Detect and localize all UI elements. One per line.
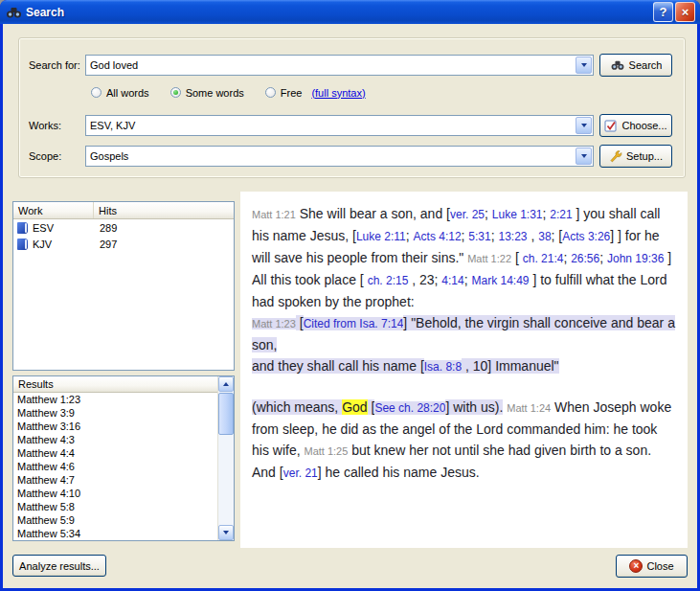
- hits-row[interactable]: KJV297: [13, 236, 234, 252]
- radio-icon: [170, 87, 181, 98]
- hits-row[interactable]: ESV289: [13, 219, 234, 236]
- checklist-icon: [604, 120, 618, 132]
- cross-reference-link[interactable]: Isa. 8:8: [424, 360, 462, 374]
- scrollbar-thumb[interactable]: [218, 393, 234, 435]
- cross-reference-link[interactable]: Cited from Isa. 7:14: [304, 317, 404, 330]
- binoculars-icon: [610, 59, 625, 71]
- works-combo[interactable]: ESV, KJV: [85, 115, 594, 136]
- result-item[interactable]: Matthew 5:34: [13, 527, 217, 540]
- chevron-down-icon: [581, 63, 587, 67]
- cross-reference-link[interactable]: Mark 14:49: [472, 274, 530, 287]
- search-combo-dropdown-button[interactable]: [576, 57, 592, 74]
- verse-text: She will bear a son, and [: [296, 206, 450, 221]
- verse-text: [: [511, 250, 523, 265]
- result-item[interactable]: Matthew 4:10: [13, 487, 217, 500]
- work-name: KJV: [33, 239, 52, 250]
- cross-reference-link[interactable]: John 19:36: [607, 252, 664, 265]
- result-item[interactable]: Matthew 5:8: [13, 500, 217, 513]
- result-item[interactable]: Matthew 4:4: [13, 446, 217, 460]
- search-hit-highlight: God: [342, 399, 367, 415]
- close-icon: ×: [629, 559, 643, 573]
- verse-ref-label: Matt 1:22: [467, 253, 511, 264]
- choose-works-button[interactable]: Choose...: [599, 114, 672, 137]
- work-cell: KJV: [13, 239, 94, 250]
- hits-column-header[interactable]: Hits: [94, 202, 234, 218]
- results-list: Results Matthew 1:23Matthew 3:9Matthew 3…: [12, 375, 235, 541]
- cross-reference-link[interactable]: ch. 21:4: [523, 252, 564, 265]
- scope-combo[interactable]: Gospels: [85, 146, 594, 167]
- chevron-up-icon: [223, 382, 229, 386]
- hit-count: 297: [94, 239, 117, 250]
- results-scrollbar[interactable]: [217, 376, 234, 540]
- verse-text: [: [296, 315, 304, 330]
- cross-reference-link[interactable]: 2:21: [550, 208, 572, 221]
- result-item[interactable]: Matthew 1:23: [13, 393, 217, 406]
- cross-reference-link[interactable]: Luke 1:31: [492, 208, 543, 221]
- preview-pane[interactable]: Matt 1:21 She will bear a son, and [ver.…: [240, 192, 688, 548]
- cross-reference-link[interactable]: 26:56: [571, 252, 599, 265]
- verse-text: ;: [464, 272, 472, 287]
- scope-combo-value[interactable]: Gospels: [86, 150, 575, 162]
- verse-text: ;: [599, 250, 607, 265]
- analyze-results-button[interactable]: Analyze results...: [12, 555, 106, 577]
- verse-text: ;: [485, 206, 492, 221]
- full-syntax-link[interactable]: (full syntax): [311, 87, 365, 99]
- works-combo-value[interactable]: ESV, KJV: [86, 120, 575, 131]
- verse-text: ; [: [552, 228, 563, 243]
- search-input-value[interactable]: God loved: [86, 59, 575, 71]
- cross-reference-link[interactable]: 4:14: [441, 274, 463, 287]
- cross-reference-link[interactable]: Acts 3:26: [562, 230, 610, 243]
- verse-text: ;: [406, 228, 414, 243]
- close-window-button[interactable]: ×: [675, 2, 695, 22]
- cross-reference-link[interactable]: 13:23: [499, 230, 528, 243]
- search-input-combo[interactable]: God loved: [85, 55, 594, 76]
- results-items: Matthew 1:23Matthew 3:9Matthew 3:16Matth…: [13, 393, 217, 540]
- result-item[interactable]: Matthew 3:9: [13, 406, 217, 420]
- results-column-header[interactable]: Results: [13, 376, 217, 392]
- cross-reference-link[interactable]: ver. 21: [283, 466, 318, 480]
- result-item[interactable]: Matthew 4:7: [13, 473, 217, 487]
- result-item[interactable]: Matthew 4:3: [13, 433, 217, 446]
- results-list-header: Results: [13, 376, 217, 393]
- chevron-down-icon: [581, 154, 587, 158]
- scope-combo-dropdown-button[interactable]: [576, 148, 592, 165]
- radio-group: All wordsSome wordsFree: [91, 87, 323, 99]
- radio-some-words[interactable]: Some words: [170, 87, 244, 99]
- help-button[interactable]: ?: [653, 2, 673, 22]
- cross-reference-link[interactable]: 5:31: [468, 230, 490, 243]
- close-button-label: Close: [646, 560, 673, 572]
- dialog-body: Search for: God loved Search All wordsSo…: [3, 24, 697, 588]
- cross-reference-link[interactable]: ch. 2:15: [368, 274, 409, 287]
- result-item[interactable]: Matthew 5:9: [13, 513, 217, 527]
- hit-count: 289: [94, 222, 117, 234]
- radio-label: Some words: [186, 87, 244, 99]
- result-item[interactable]: Matthew 4:6: [13, 460, 217, 473]
- works-combo-dropdown-button[interactable]: [576, 117, 592, 134]
- radio-all-words[interactable]: All words: [91, 87, 149, 99]
- verse-ref-label: Matt 1:23: [252, 318, 296, 330]
- cross-reference-link[interactable]: Luke 2:11: [356, 230, 406, 243]
- book-icon: [17, 239, 28, 250]
- search-dialog: Search ? × Search for: God loved Search …: [0, 0, 700, 591]
- result-item[interactable]: Matthew 3:16: [13, 420, 217, 433]
- verse-text: ] with us).: [445, 399, 503, 415]
- verse-text: and they shall call his name [: [252, 358, 424, 374]
- scroll-up-button[interactable]: [218, 376, 234, 392]
- work-column-header[interactable]: Work: [13, 202, 94, 218]
- cross-reference-link[interactable]: ver. 25: [450, 208, 485, 221]
- work-name: ESV: [33, 222, 54, 234]
- book-icon: [17, 222, 28, 234]
- search-button[interactable]: Search: [599, 54, 672, 77]
- preview-paragraph: Matt 1:21 She will bear a son, and [ver.…: [252, 203, 678, 312]
- cross-reference-link[interactable]: 38: [538, 230, 551, 243]
- radio-label: All words: [106, 87, 149, 99]
- radio-free[interactable]: Free: [265, 87, 303, 99]
- analyze-results-label: Analyze results...: [19, 560, 100, 572]
- setup-scope-button[interactable]: Setup...: [599, 145, 672, 168]
- cross-reference-link[interactable]: See ch. 28:20: [374, 401, 445, 415]
- close-button[interactable]: × Close: [616, 555, 688, 578]
- works-label: Works:: [29, 120, 61, 131]
- cross-reference-link[interactable]: Acts 4:12: [414, 230, 462, 243]
- preview-paragraph: Matt 1:23 [Cited from Isa. 7:14] "Behold…: [252, 312, 678, 377]
- scroll-down-button[interactable]: [218, 525, 234, 540]
